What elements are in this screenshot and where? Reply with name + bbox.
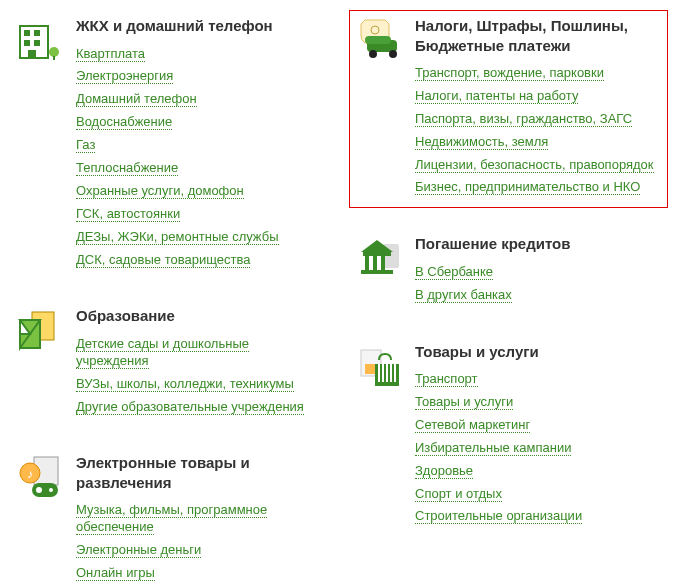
category-loans: Погашение кредитов В Сбербанке В других …	[349, 228, 668, 315]
svg-point-16	[49, 488, 53, 492]
svg-point-20	[369, 50, 377, 58]
link-g-transport[interactable]: Транспорт	[415, 371, 478, 387]
link-nedvizh[interactable]: Недвижимость, земля	[415, 134, 548, 150]
link-g-election[interactable]: Избирательные кампании	[415, 440, 571, 456]
link-g-tovary[interactable]: Товары и услуги	[415, 394, 513, 410]
link-elektro[interactable]: Электроэнергия	[76, 68, 173, 84]
link-other-banks[interactable]: В других банках	[415, 287, 512, 303]
goods-icon	[355, 342, 403, 390]
category-title: Образование	[76, 306, 323, 326]
link-list: Музыка, фильмы, программное обеспечение …	[76, 502, 323, 581]
house-icon	[16, 16, 64, 64]
category-columns: ЖКХ и домашний телефон Квартплата Электр…	[10, 10, 668, 581]
svg-rect-25	[365, 256, 369, 270]
svg-rect-1	[24, 30, 30, 36]
link-nalogi[interactable]: Налоги, патенты на работу	[415, 88, 578, 104]
svg-point-6	[49, 47, 59, 57]
category-title: Погашение кредитов	[415, 234, 662, 254]
link-teplo[interactable]: Теплоснабжение	[76, 160, 178, 176]
link-list: Детские сады и дошкольные учреждения ВУЗ…	[76, 336, 323, 416]
category-content: Налоги, Штрафы, Пошлины, Бюджетные плате…	[415, 16, 662, 202]
svg-rect-2	[34, 30, 40, 36]
link-dezy[interactable]: ДЕЗы, ЖЭКи, ремонтные службы	[76, 229, 279, 245]
link-telefon[interactable]: Домашний телефон	[76, 91, 197, 107]
right-column: Налоги, Штрафы, Пошлины, Бюджетные плате…	[349, 10, 668, 581]
link-other-edu[interactable]: Другие образовательные учреждения	[76, 399, 304, 415]
link-gaz[interactable]: Газ	[76, 137, 95, 153]
link-emoney[interactable]: Электронные деньги	[76, 542, 201, 558]
category-content: ЖКХ и домашний телефон Квартплата Электр…	[76, 16, 323, 274]
category-content: Погашение кредитов В Сбербанке В других …	[415, 234, 662, 309]
svg-rect-27	[381, 256, 385, 270]
link-g-marketing[interactable]: Сетевой маркетинг	[415, 417, 530, 433]
link-g-sport[interactable]: Спорт и отдых	[415, 486, 502, 502]
svg-rect-14	[32, 483, 58, 497]
link-ohrana[interactable]: Охранные услуги, домофон	[76, 183, 244, 199]
bank-icon	[355, 234, 403, 282]
tax-icon	[355, 16, 403, 64]
link-detsad[interactable]: Детские сады и дошкольные учреждения	[76, 336, 249, 369]
category-goods: Товары и услуги Транспорт Товары и услуг…	[349, 336, 668, 538]
svg-rect-19	[365, 36, 391, 44]
link-transport[interactable]: Транспорт, вождение, парковки	[415, 65, 604, 81]
link-games[interactable]: Онлайн игры	[76, 565, 155, 581]
category-title: ЖКХ и домашний телефон	[76, 16, 323, 36]
link-list: Квартплата Электроэнергия Домашний телеф…	[76, 46, 323, 269]
link-kvartplata[interactable]: Квартплата	[76, 46, 145, 62]
category-taxes: Налоги, Штрафы, Пошлины, Бюджетные плате…	[349, 10, 668, 208]
svg-rect-7	[53, 56, 55, 60]
category-content: Электронные товары и развлечения Музыка,…	[76, 453, 323, 581]
link-voda[interactable]: Водоснабжение	[76, 114, 172, 130]
svg-rect-4	[34, 40, 40, 46]
education-icon	[16, 306, 64, 354]
svg-rect-26	[373, 256, 377, 270]
svg-rect-5	[28, 50, 36, 58]
entertainment-icon: ♪	[16, 453, 64, 501]
left-column: ЖКХ и домашний телефон Квартплата Электр…	[10, 10, 329, 581]
link-list: Транспорт Товары и услуги Сетевой маркет…	[415, 371, 662, 525]
link-biznes[interactable]: Бизнес, предпринимательство и НКО	[415, 179, 640, 195]
link-vuzy[interactable]: ВУЗы, школы, колледжи, техникумы	[76, 376, 294, 392]
svg-rect-24	[363, 252, 391, 256]
link-licenses[interactable]: Лицензии, безопасность, правопорядок	[415, 157, 654, 173]
svg-rect-3	[24, 40, 30, 46]
link-list: Транспорт, вождение, парковки Налоги, па…	[415, 65, 662, 196]
category-content: Образование Детские сады и дошкольные уч…	[76, 306, 323, 421]
link-sberbank[interactable]: В Сбербанке	[415, 264, 493, 280]
category-education: Образование Детские сады и дошкольные уч…	[10, 300, 329, 427]
category-entertainment: ♪ Электронные товары и развлечения Музык…	[10, 447, 329, 581]
svg-point-15	[36, 487, 42, 493]
link-g-stroy[interactable]: Строительные организации	[415, 508, 582, 524]
svg-rect-28	[361, 270, 393, 274]
link-g-health[interactable]: Здоровье	[415, 463, 473, 479]
category-title: Налоги, Штрафы, Пошлины, Бюджетные плате…	[415, 16, 662, 55]
link-passport[interactable]: Паспорта, визы, гражданство, ЗАГС	[415, 111, 632, 127]
category-title: Товары и услуги	[415, 342, 662, 362]
link-dsk[interactable]: ДСК, садовые товарищества	[76, 252, 250, 268]
category-content: Товары и услуги Транспорт Товары и услуг…	[415, 342, 662, 532]
link-gsk[interactable]: ГСК, автостоянки	[76, 206, 180, 222]
link-list: В Сбербанке В других банках	[415, 264, 662, 304]
svg-point-21	[389, 50, 397, 58]
category-title: Электронные товары и развлечения	[76, 453, 323, 492]
svg-text:♪: ♪	[27, 467, 33, 481]
category-utilities: ЖКХ и домашний телефон Квартплата Электр…	[10, 10, 329, 280]
link-muzyka[interactable]: Музыка, фильмы, программное обеспечение	[76, 502, 267, 535]
